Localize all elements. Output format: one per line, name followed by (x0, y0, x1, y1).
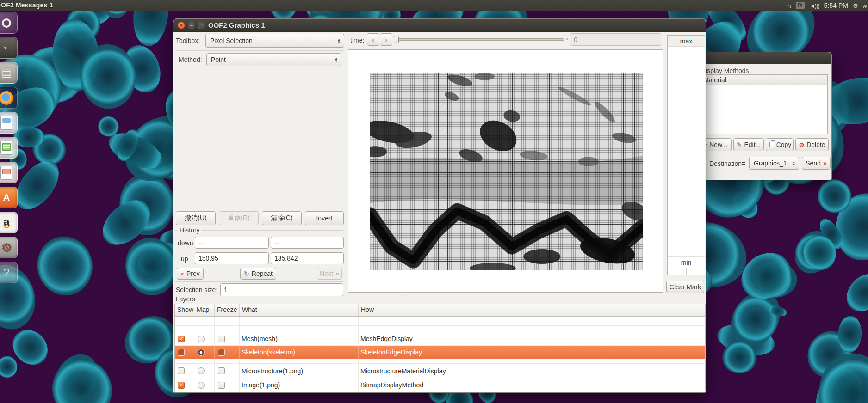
up-x-field[interactable]: 150.95 (195, 252, 269, 264)
no-entry-icon: ⊘ (799, 141, 804, 148)
col-what[interactable]: What (240, 304, 359, 316)
graphics-window: × – □ OOF2 Graphics 1 Toolbox: Pixel Sel… (173, 18, 706, 393)
table-row-skeleton[interactable]: ✔ ✔ Skeleton(skeleton) SkeletonEdgeDispl… (175, 346, 705, 359)
launcher-item-software-center[interactable]: A (0, 187, 18, 208)
writer-document-icon (0, 116, 12, 130)
launcher-item-libreoffice-calc[interactable] (0, 137, 18, 159)
layers-table: Show Map Freeze What How ✔ ✔ Mesh(mesh) … (174, 304, 706, 391)
table-row-mesh[interactable]: ✔ ✔ Mesh(mesh) MeshEdgeDisplay (175, 332, 705, 346)
launcher-item-firefox[interactable] (0, 87, 18, 109)
layer-how: MeshEdgeDisplay (359, 332, 705, 345)
selection-size-label: Selection size: (176, 286, 217, 293)
ubuntu-logo-icon (2, 18, 11, 28)
colorbar-strip (668, 268, 705, 275)
pane-resize-handle[interactable]: ⋯ (402, 293, 407, 298)
active-app-title: OOF2 Messages 1 (0, 1, 53, 9)
copy-button[interactable]: Copy (766, 138, 794, 151)
selection-size-field[interactable]: 1 (220, 283, 343, 296)
keyboard-indicator[interactable]: Pi (796, 2, 805, 9)
volume-icon[interactable]: ◄))) (809, 2, 819, 9)
clear-mark-button[interactable]: Clear Mark (666, 281, 704, 293)
map-radio[interactable] (198, 349, 205, 356)
settings-gear-icon: ⚙ (1, 240, 12, 255)
delete-button[interactable]: ⊘Delete (795, 138, 829, 151)
method-label: Method: (179, 56, 202, 63)
table-row-microstructure[interactable]: ✔ ✔ Microstructure(1.png) Microstructure… (175, 364, 705, 378)
freeze-checkbox[interactable]: ✔ (218, 367, 225, 374)
down-x-field[interactable]: -- (195, 237, 269, 249)
show-checkbox[interactable]: ✔ (178, 336, 185, 342)
spinner-arrows-icon: ▴▾ (793, 160, 795, 166)
clear-button[interactable]: 清除(C) (262, 211, 302, 225)
down-label: down (178, 239, 193, 247)
col-map[interactable]: Map (194, 304, 215, 316)
send-button[interactable]: Send» (802, 157, 831, 170)
amazon-icon: a (3, 217, 9, 228)
launcher-item-amazon[interactable]: a (0, 212, 18, 233)
freeze-checkbox[interactable]: ✔ (218, 382, 225, 389)
destination-combo[interactable]: Graphics_1 ▴▾ (749, 157, 799, 170)
toolbox-combo[interactable]: Pixel Selection ▴▾ (205, 34, 344, 48)
colorbar-panel: max min (667, 35, 705, 275)
file-drawer-icon: ▤ (2, 67, 12, 79)
time-value-field[interactable]: 0 (570, 33, 661, 46)
show-checkbox[interactable]: ✔ (178, 367, 185, 374)
launcher-item-system-settings[interactable]: ⚙ (0, 237, 18, 258)
network-indicator-icon[interactable]: ↑↓ (787, 2, 791, 9)
launcher-item-terminal[interactable]: >_ (0, 37, 18, 59)
launcher-item-ubuntu-dash[interactable] (0, 12, 18, 34)
maximize-button[interactable]: □ (198, 22, 205, 29)
minimize-button[interactable]: – (188, 22, 195, 29)
layer-what: Mesh(mesh) (240, 332, 359, 345)
table-row-image[interactable]: ✔ ✔ Image(1.png) BitmapDisplayMethod (175, 378, 705, 392)
prev-chevron-icon: « (180, 270, 184, 277)
launcher-item-libreoffice-writer[interactable] (0, 112, 18, 134)
down-y-field[interactable]: -- (271, 237, 344, 249)
prev-button[interactable]: «Prev (177, 268, 204, 280)
spinner-arrows-icon: ▴▾ (335, 57, 337, 62)
layer-how: MicrostructureMaterialDisplay (359, 364, 705, 378)
empty-row (175, 359, 705, 364)
spinner-arrows-icon: ▴▾ (338, 38, 340, 43)
layer-editor-titlebar[interactable] (697, 52, 831, 64)
method-combo[interactable]: Point ▴▾ (206, 53, 341, 66)
map-radio[interactable] (198, 382, 205, 389)
list-item-material[interactable]: Material (701, 75, 827, 85)
launcher-item-help[interactable]: ? (0, 262, 18, 283)
session-gear-icon[interactable]: ⚙ (853, 2, 858, 9)
graphics-titlebar[interactable]: × – □ OOF2 Graphics 1 (173, 19, 706, 32)
redo-button[interactable]: 重做(R) (219, 211, 259, 225)
invert-button[interactable]: Invert (305, 211, 344, 225)
map-radio[interactable] (198, 336, 205, 342)
time-next-button[interactable]: › (380, 33, 392, 46)
map-radio[interactable] (198, 367, 205, 374)
time-prev-button[interactable]: ‹ (367, 33, 379, 46)
repeat-button[interactable]: ↻Repeat (240, 268, 276, 280)
freeze-checkbox[interactable]: ✔ (218, 336, 225, 342)
history-label: History (178, 226, 202, 234)
next-button[interactable]: Next» (317, 268, 342, 280)
edit-button[interactable]: ✎Edit... (733, 138, 764, 151)
show-checkbox[interactable]: ✔ (178, 349, 185, 356)
close-button[interactable]: × (178, 22, 185, 29)
launcher-item-file-manager[interactable]: ▤ (0, 62, 18, 84)
undo-button[interactable]: 撤消(U) (176, 211, 216, 225)
layer-what: Microstructure(1.png) (240, 364, 359, 378)
layer-what: Skeleton(skeleton) (240, 346, 359, 359)
col-freeze[interactable]: Freeze (215, 304, 240, 316)
launcher-item-libreoffice-impress[interactable] (0, 162, 18, 183)
graphics-canvas-viewport[interactable] (348, 49, 663, 293)
clock[interactable]: 5:54 PM (824, 2, 848, 9)
freeze-checkbox[interactable]: ✔ (218, 349, 225, 356)
skeleton-mesh-image[interactable] (370, 73, 643, 270)
show-checkbox[interactable]: ✔ (178, 382, 185, 389)
up-y-field[interactable]: 135.842 (271, 252, 344, 264)
col-show[interactable]: Show (175, 304, 194, 316)
calc-spreadsheet-icon (0, 141, 12, 155)
toolbox-options-frame (175, 50, 344, 208)
colorbar-body (668, 47, 705, 256)
time-slider-handle[interactable] (394, 36, 399, 43)
slider-ticks: ≡ (566, 37, 569, 42)
col-how[interactable]: How (359, 304, 705, 316)
time-slider-track[interactable] (396, 38, 564, 41)
